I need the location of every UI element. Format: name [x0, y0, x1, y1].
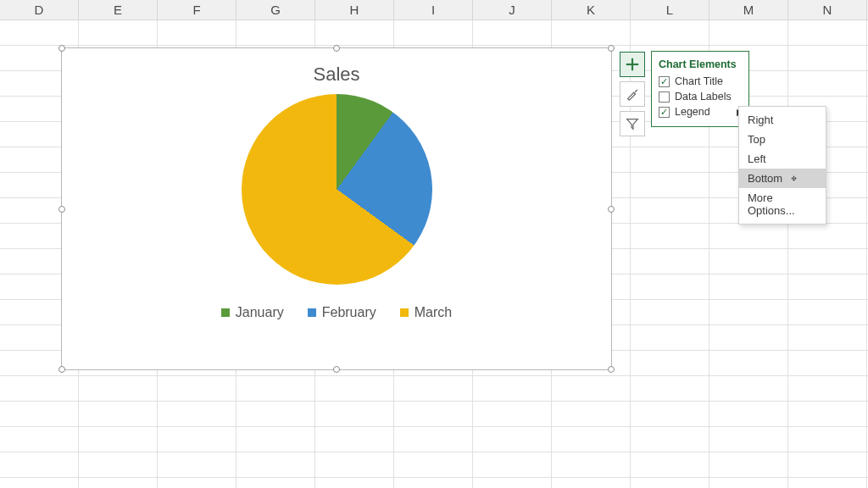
paintbrush-icon — [625, 86, 640, 102]
resize-handle[interactable] — [608, 206, 615, 213]
chart-elements-item-legend[interactable]: ✓ Legend ▶ — [659, 104, 742, 119]
resize-handle[interactable] — [333, 366, 340, 373]
column-header-row: D E F G H I J K L M N — [0, 0, 868, 20]
legend-swatch-icon — [400, 308, 409, 317]
chart-title[interactable]: Sales — [62, 48, 611, 86]
column-header[interactable]: M — [709, 0, 788, 19]
column-header[interactable]: J — [473, 0, 552, 19]
legend-label: January — [236, 305, 284, 320]
column-header[interactable]: I — [394, 0, 473, 19]
legend-position-more-options[interactable]: More Options... — [739, 188, 826, 220]
chart-elements-popout-title: Chart Elements — [659, 57, 742, 74]
column-header[interactable]: F — [158, 0, 236, 19]
chart-elements-item-chart-title[interactable]: ✓ Chart Title — [659, 74, 742, 89]
resize-handle[interactable] — [333, 45, 340, 52]
column-header[interactable]: E — [79, 0, 158, 19]
resize-handle[interactable] — [608, 45, 615, 52]
chart-quick-buttons — [620, 52, 645, 136]
column-header[interactable]: G — [236, 0, 315, 19]
checkbox-icon[interactable]: ✓ — [659, 107, 670, 118]
legend-label: March — [415, 305, 452, 320]
column-header[interactable]: L — [631, 0, 709, 19]
legend-swatch-icon — [221, 308, 230, 317]
funnel-icon — [625, 116, 640, 131]
chart-elements-item-label: Data Labels — [675, 91, 732, 103]
resize-handle[interactable] — [58, 366, 65, 373]
legend-position-submenu: Right Top Left Bottom More Options... — [738, 106, 826, 225]
pie-chart-plot[interactable] — [242, 94, 432, 285]
chart-legend[interactable]: January February March — [62, 305, 611, 320]
legend-position-option[interactable]: Top — [739, 130, 826, 149]
legend-item[interactable]: March — [400, 305, 452, 320]
legend-position-option[interactable]: Bottom — [739, 169, 826, 188]
chart-styles-button[interactable] — [620, 81, 645, 107]
legend-position-option[interactable]: Left — [739, 149, 826, 169]
legend-label: February — [322, 305, 376, 320]
chart-elements-button[interactable] — [620, 52, 645, 77]
resize-handle[interactable] — [58, 45, 65, 52]
chart-elements-item-data-labels[interactable]: Data Labels — [659, 89, 742, 104]
column-header[interactable]: H — [315, 0, 394, 19]
checkbox-icon[interactable]: ✓ — [659, 76, 670, 87]
chart-elements-popout: Chart Elements ✓ Chart Title Data Labels… — [651, 51, 749, 127]
chart-elements-item-label: Chart Title — [675, 75, 723, 87]
column-header[interactable]: N — [788, 0, 867, 19]
resize-handle[interactable] — [58, 206, 65, 213]
legend-item[interactable]: January — [221, 305, 284, 320]
legend-item[interactable]: February — [308, 305, 376, 320]
column-header[interactable]: K — [552, 0, 631, 19]
chart-filters-button[interactable] — [620, 111, 645, 136]
legend-position-option[interactable]: Right — [739, 110, 826, 130]
embedded-chart[interactable]: Sales January February March — [61, 47, 612, 370]
legend-swatch-icon — [308, 308, 316, 317]
checkbox-icon[interactable] — [659, 92, 670, 103]
plus-icon — [625, 57, 640, 72]
chart-elements-item-label: Legend — [675, 106, 710, 118]
resize-handle[interactable] — [608, 366, 615, 373]
column-header[interactable]: D — [0, 0, 79, 19]
